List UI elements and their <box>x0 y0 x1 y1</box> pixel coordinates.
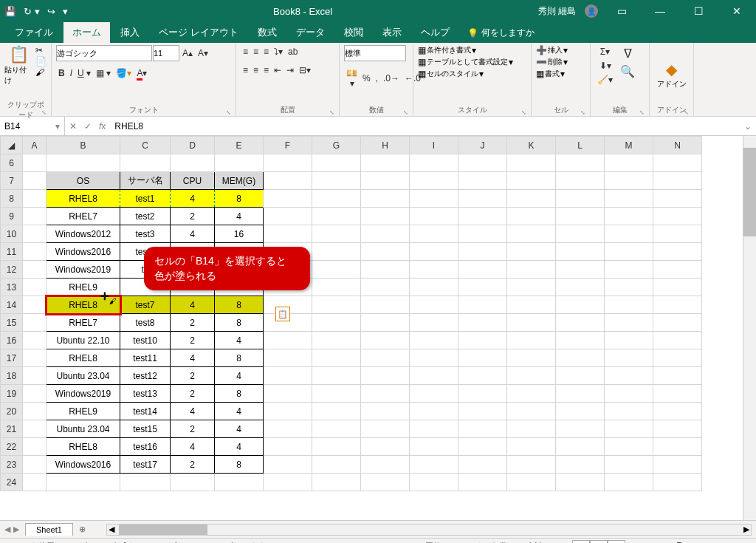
cell-F16[interactable] <box>264 332 312 349</box>
tab-挿入[interactable]: 挿入 <box>111 22 148 43</box>
cell-D14[interactable]: 4 <box>171 296 215 314</box>
align-top-icon[interactable]: ≡ <box>241 45 250 58</box>
cell-K19[interactable] <box>507 385 556 403</box>
col-header-H[interactable]: H <box>361 137 410 154</box>
cell-B10[interactable]: Windows2012 <box>47 225 120 243</box>
cell-K14[interactable] <box>507 296 556 314</box>
user-name[interactable]: 秀則 細島 <box>538 5 576 18</box>
delete-cells-button[interactable]: 削除 <box>548 57 563 67</box>
cell-K22[interactable] <box>507 438 556 456</box>
cell-M20[interactable] <box>605 403 653 420</box>
cell-D9[interactable]: 2 <box>171 208 215 225</box>
cell-E21[interactable]: 4 <box>215 420 264 438</box>
format-cells-button[interactable]: 書式 <box>545 69 560 79</box>
cell-N8[interactable] <box>653 190 702 208</box>
cell-G8[interactable] <box>312 190 361 208</box>
row-header-18[interactable]: 18 <box>1 367 23 385</box>
conditional-format-button[interactable]: 条件付き書式 <box>427 45 471 55</box>
fill-color-icon[interactable]: 🪣▾ <box>114 66 134 80</box>
cell-A7[interactable] <box>23 172 47 190</box>
paste-options-icon[interactable]: 📋 <box>275 307 290 321</box>
cell-H22[interactable] <box>361 438 410 456</box>
cell-M16[interactable] <box>605 332 653 349</box>
cell-A10[interactable] <box>23 225 47 243</box>
row-header-19[interactable]: 19 <box>1 385 23 403</box>
align-left-icon[interactable]: ≡ <box>241 64 250 77</box>
increase-font-icon[interactable]: A▴ <box>180 47 195 60</box>
cell-L15[interactable] <box>556 314 605 332</box>
cell-L24[interactable] <box>556 474 605 491</box>
cell-B15[interactable]: RHEL7 <box>47 314 120 332</box>
cell-D10[interactable]: 4 <box>171 225 215 243</box>
cell-G16[interactable] <box>312 332 361 349</box>
cell-J18[interactable] <box>458 367 507 385</box>
cell-E10[interactable]: 16 <box>215 225 264 243</box>
cell-I11[interactable] <box>410 243 458 261</box>
row-header-12[interactable]: 12 <box>1 261 23 279</box>
cell-L10[interactable] <box>556 225 605 243</box>
enter-formula-icon[interactable]: ✓ <box>84 121 92 132</box>
cell-H16[interactable] <box>361 332 410 349</box>
col-header-A[interactable]: A <box>23 137 47 154</box>
cell-E9[interactable]: 4 <box>215 208 264 225</box>
cell-F21[interactable] <box>264 420 312 438</box>
tab-データ[interactable]: データ <box>287 22 334 43</box>
cell-H14[interactable] <box>361 296 410 314</box>
cell-D15[interactable]: 2 <box>171 314 215 332</box>
formula-expand-icon[interactable]: ⌄ <box>740 121 756 132</box>
format-as-table-icon[interactable]: ▦ <box>418 57 426 67</box>
currency-icon[interactable]: 💴▾ <box>344 66 360 90</box>
col-header-I[interactable]: I <box>410 137 458 154</box>
cell-K20[interactable] <box>507 403 556 420</box>
cell-J8[interactable] <box>458 190 507 208</box>
cell-F20[interactable] <box>264 403 312 420</box>
cell-I22[interactable] <box>410 438 458 456</box>
cell-I6[interactable] <box>410 154 458 172</box>
number-format-select[interactable] <box>344 45 406 61</box>
cell-D17[interactable]: 4 <box>171 349 215 367</box>
cell-E15[interactable]: 8 <box>215 314 264 332</box>
cell-E20[interactable]: 4 <box>215 403 264 420</box>
cell-B24[interactable] <box>47 474 120 491</box>
cell-A16[interactable] <box>23 332 47 349</box>
cell-N6[interactable] <box>653 154 702 172</box>
row-header-22[interactable]: 22 <box>1 438 23 456</box>
cell-K13[interactable] <box>507 279 556 296</box>
cell-G17[interactable] <box>312 349 361 367</box>
orientation-icon[interactable]: ⤵▾ <box>272 45 285 58</box>
cell-N17[interactable] <box>653 349 702 367</box>
cell-C10[interactable]: test3 <box>120 225 171 243</box>
cell-A11[interactable] <box>23 243 47 261</box>
cell-G6[interactable] <box>312 154 361 172</box>
cell-K23[interactable] <box>507 456 556 474</box>
cell-L18[interactable] <box>556 367 605 385</box>
increase-decimal-icon[interactable]: .0→ <box>381 72 402 85</box>
page-break-view-icon[interactable]: ▥ <box>608 540 625 544</box>
cell-H8[interactable] <box>361 190 410 208</box>
cell-B11[interactable]: Windows2016 <box>47 243 120 261</box>
format-painter-icon[interactable]: 🖌 <box>35 67 47 78</box>
cell-I15[interactable] <box>410 314 458 332</box>
cell-H20[interactable] <box>361 403 410 420</box>
cell-F18[interactable] <box>264 367 312 385</box>
col-header-M[interactable]: M <box>605 137 653 154</box>
autosum-icon[interactable]: Σ▾ <box>595 45 615 58</box>
cell-L13[interactable] <box>556 279 605 296</box>
align-center-icon[interactable]: ≡ <box>251 64 261 77</box>
cell-C16[interactable]: test10 <box>120 332 171 349</box>
vertical-scrollbar[interactable] <box>743 136 756 520</box>
cell-J11[interactable] <box>458 243 507 261</box>
cell-M6[interactable] <box>605 154 653 172</box>
cell-I13[interactable] <box>410 279 458 296</box>
cell-E7[interactable]: MEM(G) <box>215 172 264 190</box>
cell-M7[interactable] <box>605 172 653 190</box>
normal-view-icon[interactable]: ▦ <box>572 540 590 544</box>
align-right-icon[interactable]: ≡ <box>261 64 271 77</box>
cell-K15[interactable] <box>507 314 556 332</box>
cell-L20[interactable] <box>556 403 605 420</box>
cell-L11[interactable] <box>556 243 605 261</box>
cell-G14[interactable] <box>312 296 361 314</box>
cell-N9[interactable] <box>653 208 702 225</box>
cell-N24[interactable] <box>653 474 702 491</box>
cell-E14[interactable]: 8 <box>215 296 264 314</box>
